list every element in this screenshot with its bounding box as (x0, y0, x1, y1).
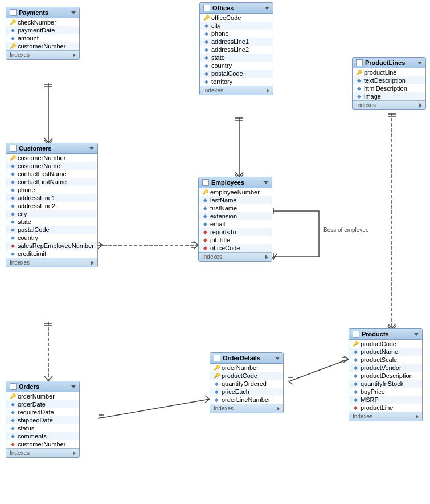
field-name-payments-customerNumber: customerNumber (18, 43, 65, 50)
field-products-productLine: ◆ productLine (349, 404, 422, 412)
indexes-productlines[interactable]: Indexes (353, 100, 425, 109)
field-customers-postalCode: ◆ postalCode (6, 226, 97, 234)
table-header-payments[interactable]: Payments (6, 7, 79, 18)
diamond-icon: ◆ (214, 381, 219, 387)
field-employees-extension: ◆ extension (199, 212, 272, 220)
diamond-icon: ◆ (10, 219, 15, 225)
field-customers-phone: ◆ phone (6, 186, 97, 194)
indexes-employees[interactable]: Indexes (199, 252, 272, 261)
field-offices-postalCode: ◆ postalCode (200, 70, 273, 78)
indexes-label-productlines: Indexes (356, 102, 376, 108)
indexes-customers[interactable]: Indexes (6, 258, 97, 267)
field-name-payments-amount: amount (18, 35, 39, 42)
dropdown-icon-orders[interactable] (71, 385, 76, 388)
field-name-customers-state: state (18, 218, 31, 225)
field-customers-contactLastName: ◆ contactLastName (6, 170, 97, 178)
field-name-orders-customerNumber: customerNumber (18, 441, 65, 448)
indexes-arrow-productlines[interactable] (419, 103, 422, 108)
table-header-orderdetails[interactable]: OrderDetails (210, 353, 283, 364)
table-icon-customers (10, 145, 17, 152)
indexes-label-orders: Indexes (10, 450, 30, 456)
dropdown-icon-payments[interactable] (71, 11, 76, 14)
table-title-productlines: ProductLines (365, 59, 405, 66)
svg-line-21 (235, 172, 239, 177)
field-name-employees-reportsTo: reportsTo (210, 229, 236, 235)
table-title-employees: Employees (211, 179, 244, 186)
table-icon-products (353, 331, 359, 338)
indexes-arrow-orders[interactable] (73, 451, 76, 456)
diamond-icon: ◆ (202, 221, 208, 227)
field-customers-creditLimit: ◆ creditLimit (6, 250, 97, 258)
diamond-icon: ◆ (353, 365, 358, 371)
field-name-offices-officeCode: officeCode (211, 14, 241, 21)
table-header-products[interactable]: Products (349, 329, 422, 340)
indexes-arrow-employees[interactable] (265, 255, 268, 259)
indexes-arrow-products[interactable] (416, 414, 419, 419)
dropdown-icon-employees[interactable] (264, 181, 268, 184)
dropdown-icon-productlines[interactable] (417, 62, 422, 64)
field-payments-paymentDate: ◆ paymentDate (6, 26, 79, 34)
indexes-offices[interactable]: Indexes (200, 86, 273, 95)
field-name-customers-postalCode: postalCode (18, 226, 50, 233)
field-employees-reportsTo: ◆ reportsTo (199, 228, 272, 236)
field-name-offices-postalCode: postalCode (211, 70, 243, 77)
table-employees: Employees 🔑 employeeNumber ◆ lastName ◆ … (198, 177, 272, 262)
indexes-payments[interactable]: Indexes (6, 50, 79, 59)
diamond-icon: ◆ (10, 171, 15, 177)
svg-line-14 (98, 245, 103, 249)
red-key-icon: 🔑 (214, 373, 219, 379)
field-name-products-buyPrice: buyPrice (361, 388, 385, 395)
table-header-orders[interactable]: Orders (6, 381, 79, 392)
field-name-customers-customerName: customerName (18, 162, 60, 169)
dropdown-icon-orderdetails[interactable] (275, 357, 280, 360)
field-offices-state: ◆ state (200, 54, 273, 62)
indexes-arrow-payments[interactable] (73, 53, 76, 58)
field-products-quantityInStock: ◆ quantityInStock (349, 380, 422, 388)
svg-line-9 (48, 376, 52, 381)
svg-line-33 (205, 399, 210, 403)
diamond-icon: ◆ (10, 433, 15, 439)
field-name-products-productScale: productScale (361, 356, 397, 363)
indexes-arrow-offices[interactable] (267, 88, 269, 93)
red-diamond-icon: ◆ (10, 441, 15, 447)
field-offices-phone: ◆ phone (200, 30, 273, 38)
table-title-products: Products (362, 331, 389, 338)
indexes-arrow-customers[interactable] (91, 261, 94, 265)
dropdown-icon-products[interactable] (414, 333, 419, 336)
field-offices-addressLine2: ◆ addressLine2 (200, 46, 273, 54)
table-title-orderdetails: OrderDetails (223, 355, 260, 361)
diamond-icon: ◆ (10, 227, 15, 233)
field-employees-officeCode: ◆ officeCode (199, 244, 272, 252)
table-header-employees[interactable]: Employees (199, 177, 272, 188)
red-key-icon: 🔑 (214, 365, 219, 371)
diamond-icon: ◆ (356, 94, 362, 99)
field-name-customers-phone: phone (18, 186, 35, 193)
field-orderdetails-orderNumber: 🔑 orderNumber (210, 364, 283, 372)
diamond-icon: ◆ (353, 349, 358, 355)
diamond-icon: ◆ (202, 213, 208, 219)
field-name-products-MSRP: MSRP (361, 396, 379, 403)
indexes-orderdetails[interactable]: Indexes (210, 404, 283, 413)
field-name-payments-checkNumber: checkNumber (18, 19, 56, 26)
svg-line-42 (288, 381, 293, 384)
dropdown-icon-customers[interactable] (89, 147, 94, 150)
svg-line-45 (392, 324, 396, 328)
indexes-arrow-orderdetails[interactable] (277, 407, 280, 411)
table-header-customers[interactable]: Customers (6, 143, 97, 154)
field-offices-officeCode: 🔑 officeCode (200, 14, 273, 22)
field-customers-addressLine1: ◆ addressLine1 (6, 194, 97, 202)
indexes-orders[interactable]: Indexes (6, 448, 79, 457)
table-icon-orderdetails (214, 355, 220, 361)
svg-line-15 (100, 243, 103, 245)
field-offices-country: ◆ country (200, 62, 273, 70)
table-title-offices: Offices (212, 5, 234, 11)
field-name-orders-orderNumber: orderNumber (18, 393, 55, 400)
diamond-icon: ◆ (203, 31, 209, 36)
dropdown-icon-offices[interactable] (265, 7, 269, 10)
field-payments-amount: ◆ amount (6, 34, 79, 42)
table-header-offices[interactable]: Offices (200, 3, 273, 14)
table-header-productlines[interactable]: ProductLines (353, 58, 425, 68)
indexes-products[interactable]: Indexes (349, 412, 422, 421)
diamond-icon: ◆ (10, 195, 15, 201)
diamond-icon: ◆ (10, 179, 15, 185)
